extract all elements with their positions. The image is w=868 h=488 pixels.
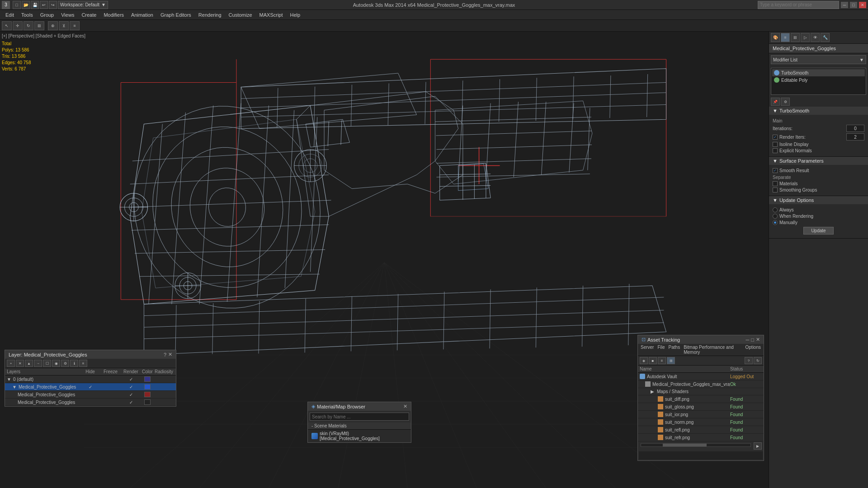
- pin-btn[interactable]: 📌: [771, 98, 780, 106]
- undo-btn[interactable]: ↩: [40, 1, 48, 9]
- asset-tb-btn1[interactable]: ◈: [640, 357, 648, 364]
- render-iters-cb[interactable]: [773, 135, 778, 140]
- layer-row-default[interactable]: ▼ 0 (default) ✓: [5, 375, 176, 383]
- layer-info-btn[interactable]: ℹ: [70, 360, 78, 367]
- color-goggles2[interactable]: [144, 392, 151, 397]
- update-button[interactable]: Update: [803, 227, 833, 235]
- layer-extra-btn[interactable]: ≡: [79, 360, 87, 367]
- color-goggles[interactable]: [144, 384, 151, 389]
- asset-menu-paths[interactable]: Paths: [669, 345, 680, 355]
- tab-paint-icon[interactable]: 🎨: [771, 33, 780, 42]
- menu-customize[interactable]: Customize: [225, 11, 256, 19]
- asset-tb-btn2[interactable]: ■: [649, 357, 657, 364]
- layer-add-sel-btn[interactable]: →: [34, 360, 42, 367]
- surface-params-header[interactable]: ▼ Surface Parameters: [769, 157, 868, 165]
- layer-settings-btn[interactable]: ⚙: [61, 360, 69, 367]
- modifier-editable-poly[interactable]: Editable Poly: [772, 76, 865, 84]
- menu-create[interactable]: Create: [78, 11, 100, 19]
- menu-rendering[interactable]: Rendering: [195, 11, 225, 19]
- asset-row-vault[interactable]: Autodesk Vault Logged Out: [638, 373, 764, 380]
- update-options-header[interactable]: ▼ Update Options: [769, 196, 868, 204]
- close-btn[interactable]: ✕: [859, 2, 866, 8]
- mat-search-input[interactable]: [310, 413, 409, 421]
- render-iters-input[interactable]: [846, 133, 864, 141]
- search-input[interactable]: [758, 1, 839, 9]
- layer-new-btn[interactable]: +: [7, 360, 15, 367]
- color-goggles3[interactable]: [144, 399, 151, 405]
- asset-tb-refresh-btn[interactable]: ↻: [754, 357, 762, 364]
- menu-group[interactable]: Group: [37, 11, 58, 19]
- folder-expand[interactable]: ▶: [651, 389, 654, 394]
- new-btn[interactable]: □: [13, 1, 21, 9]
- asset-row-norm[interactable]: suit_norm.png Found: [638, 418, 764, 426]
- layer-sel-btn[interactable]: ☐: [43, 360, 51, 367]
- layer-delete-btn[interactable]: ✕: [16, 360, 24, 367]
- layer-move-btn[interactable]: ▲: [25, 360, 33, 367]
- always-radio[interactable]: [773, 207, 778, 212]
- isoline-cb[interactable]: [773, 142, 778, 147]
- smoothing-groups-cb[interactable]: [773, 188, 778, 192]
- asset-menu-bitmap[interactable]: Bitmap Performance and Memory: [684, 345, 741, 355]
- vt-rotate-btn[interactable]: ↻: [24, 21, 33, 30]
- asset-row-refr[interactable]: suit_refr.png Found: [638, 434, 764, 441]
- layer-row-goggles[interactable]: ▼ Medical_Protective_Goggles ✓ ✓: [5, 383, 176, 391]
- tab-utility-icon[interactable]: 🔧: [821, 33, 830, 42]
- asset-row-diff[interactable]: suit_diff.png Found: [638, 395, 764, 403]
- tab-hierarchy-icon[interactable]: ⊞: [791, 33, 800, 42]
- menu-edit[interactable]: Edit: [2, 11, 18, 19]
- modifier-list-dropdown[interactable]: Modifier List ▼: [771, 55, 866, 64]
- manually-radio[interactable]: [773, 220, 778, 225]
- layer-highlight-btn[interactable]: ◉: [52, 360, 60, 367]
- materials-cb[interactable]: [773, 181, 778, 186]
- menu-tools[interactable]: Tools: [18, 11, 37, 19]
- layer-help-btn[interactable]: ?: [164, 352, 166, 357]
- tab-modify-icon[interactable]: ≡: [781, 33, 790, 42]
- asset-row-ior[interactable]: suit_ior.png Found: [638, 411, 764, 418]
- asset-scrollbar-h[interactable]: [641, 443, 751, 447]
- layer-close-btn[interactable]: ✕: [168, 352, 172, 357]
- menu-maxscript[interactable]: MAXScript: [256, 11, 287, 19]
- vt-align-btn[interactable]: ≡: [70, 21, 80, 30]
- vt-scale-btn[interactable]: ⊞: [34, 21, 44, 30]
- maximize-btn[interactable]: □: [850, 2, 857, 8]
- expand-goggles[interactable]: ▼: [12, 385, 17, 389]
- asset-tb-btn3[interactable]: ≡: [658, 357, 666, 364]
- asset-tb-help-btn[interactable]: ?: [745, 357, 753, 364]
- redo-btn[interactable]: ↪: [49, 1, 57, 9]
- asset-close-btn[interactable]: ✕: [756, 337, 760, 343]
- asset-minimize-btn[interactable]: ─: [746, 337, 750, 343]
- asset-menu-options[interactable]: Options: [745, 345, 761, 355]
- vt-snap-btn[interactable]: ⊕: [48, 21, 58, 30]
- smooth-result-cb[interactable]: [773, 168, 778, 173]
- save-btn[interactable]: 💾: [31, 1, 39, 9]
- menu-animation[interactable]: Animation: [127, 11, 157, 19]
- menu-graph-editors[interactable]: Graph Editors: [157, 11, 195, 19]
- tab-display-icon[interactable]: 👁: [811, 33, 820, 42]
- asset-row-refl[interactable]: suit_refl.png Found: [638, 426, 764, 434]
- asset-maximize-btn[interactable]: □: [751, 337, 754, 343]
- asset-tb-btn4[interactable]: ⊞: [667, 357, 675, 364]
- mat-item-skin[interactable]: skin (VRayMtl) [Medical_Protective_Goggl…: [308, 430, 411, 442]
- tab-motion-icon[interactable]: ▷: [801, 33, 810, 42]
- iterations-input[interactable]: [846, 125, 864, 132]
- asset-menu-server[interactable]: Server: [641, 345, 654, 355]
- turbosmooth-header[interactable]: ▼ TurboSmooth: [769, 107, 868, 115]
- asset-row-maps-folder[interactable]: ▶ Maps / Shaders: [638, 388, 764, 395]
- expand-default[interactable]: ▼: [7, 377, 11, 382]
- minimize-btn[interactable]: ─: [841, 2, 848, 8]
- modifier-turbosmooth[interactable]: TurboSmooth: [772, 69, 865, 76]
- mat-browser-close-btn[interactable]: ✕: [403, 404, 407, 409]
- vt-select-btn[interactable]: ↖: [2, 21, 12, 30]
- explicit-cb[interactable]: [773, 148, 778, 153]
- config-btn[interactable]: ⚙: [781, 98, 790, 106]
- layer-row-goggles2[interactable]: Medical_Protective_Goggles ✓: [5, 391, 176, 399]
- asset-menu-file[interactable]: File: [657, 345, 665, 355]
- menu-help[interactable]: Help: [287, 11, 304, 19]
- asset-row-maxfile[interactable]: Medical_Protective_Goggles_max_vray.max …: [638, 380, 764, 388]
- vt-move-btn[interactable]: ✛: [13, 21, 23, 30]
- color-default[interactable]: [144, 376, 151, 382]
- menu-views[interactable]: Views: [57, 11, 78, 19]
- workspace-dropdown[interactable]: Workspace: Default ▼: [58, 1, 108, 9]
- when-rendering-radio[interactable]: [773, 214, 778, 219]
- layer-row-goggles3[interactable]: Medical_Protective_Goggles ✓: [5, 399, 176, 406]
